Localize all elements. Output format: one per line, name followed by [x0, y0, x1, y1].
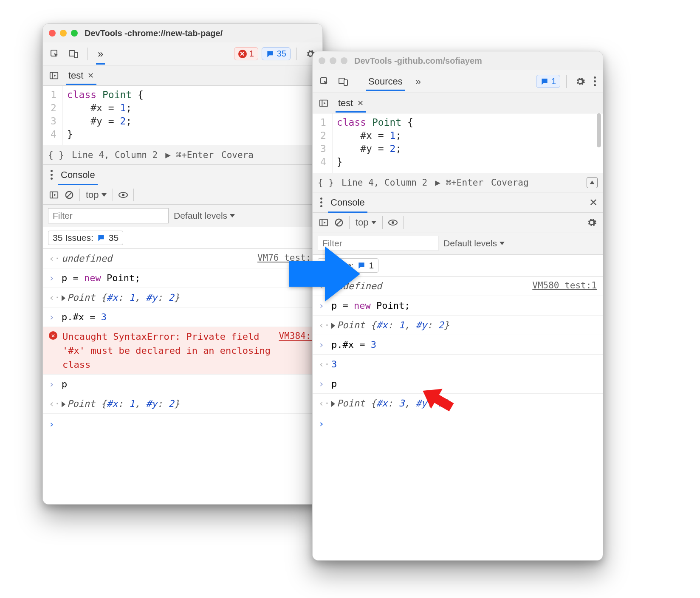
close-drawer-icon[interactable]: ✕	[586, 195, 601, 210]
maximize-icon[interactable]	[71, 30, 78, 37]
expand-icon[interactable]	[331, 323, 335, 329]
minimize-icon[interactable]	[60, 30, 67, 37]
log-error-row[interactable]: ✕ Uncaught SyntaxError: Private field '#…	[43, 327, 322, 375]
transition-arrow-icon	[289, 242, 361, 306]
console-settings-icon[interactable]	[584, 215, 599, 230]
log-source-link[interactable]: VM580 test:1	[532, 279, 597, 293]
traffic-lights[interactable]	[319, 57, 347, 64]
toggle-navigator-icon[interactable]	[316, 96, 331, 111]
log-input-row[interactable]: › p.#x = 3	[313, 335, 603, 355]
issues-row: 35 Issues: 35	[43, 227, 322, 249]
separator	[566, 75, 567, 88]
live-expression-icon[interactable]	[116, 187, 131, 203]
log-output-row[interactable]: ‹· Point {#x: 1, #y: 2}	[313, 316, 603, 335]
clear-console-icon[interactable]	[331, 215, 347, 230]
close-tab-icon[interactable]: ✕	[88, 71, 94, 80]
svg-point-12	[122, 194, 124, 196]
console-prompt[interactable]: ›	[313, 413, 603, 434]
console-tab[interactable]: Console	[325, 193, 370, 212]
format-icon[interactable]: { }	[48, 150, 64, 160]
log-levels-select[interactable]: Default levels	[174, 211, 235, 221]
sidebar-toggle-icon[interactable]	[316, 215, 331, 230]
errors-badge[interactable]: ✕ 1	[234, 47, 258, 60]
input-caret-icon: ›	[319, 377, 326, 391]
log-levels-select[interactable]: Default levels	[443, 238, 505, 248]
log-source-link[interactable]: VM384:1	[279, 330, 316, 343]
tab-sources[interactable]: Sources	[363, 73, 408, 90]
more-tabs-button[interactable]: »	[411, 76, 425, 87]
messages-badge[interactable]: 35	[262, 47, 291, 60]
drawer-menu-icon[interactable]	[47, 170, 56, 180]
console-toolbar: top	[43, 185, 322, 205]
messages-badge[interactable]: 1	[536, 75, 560, 88]
svg-marker-5	[54, 74, 56, 77]
tab-file-name: test	[68, 70, 83, 81]
console-prompt[interactable]: ›	[43, 414, 322, 434]
svg-marker-22	[324, 221, 326, 224]
settings-icon[interactable]	[573, 74, 588, 89]
close-icon[interactable]	[319, 57, 325, 64]
run-snippet-button[interactable]: ▶ ⌘+Enter	[435, 178, 483, 188]
sidebar-toggle-icon[interactable]	[46, 187, 62, 203]
clear-console-icon[interactable]	[62, 187, 77, 203]
device-toggle-icon[interactable]	[336, 74, 351, 89]
kebab-menu-icon[interactable]	[591, 76, 598, 86]
source-file-tab[interactable]: test ✕	[333, 94, 369, 112]
expand-icon[interactable]	[331, 401, 335, 407]
live-expression-icon[interactable]	[385, 215, 401, 230]
log-input-row[interactable]: › p = new Point;	[43, 268, 322, 288]
inspect-icon[interactable]	[317, 74, 332, 89]
close-icon[interactable]	[49, 30, 56, 37]
code-editor[interactable]: 1 2 3 4 class Point { #x = 1; #y = 2; }	[313, 113, 603, 173]
log-output-row[interactable]: ‹· undefined VM76 test:1	[43, 249, 322, 268]
more-tabs-button[interactable]: »	[93, 44, 107, 64]
log-input-row[interactable]: › p.#x = 3	[43, 307, 322, 327]
log-output-row[interactable]: ‹· Point {#x: 1, #y: 2}	[43, 394, 322, 414]
expand-icon[interactable]	[62, 295, 65, 301]
log-input-row[interactable]: › p	[43, 375, 322, 394]
svg-marker-8	[54, 194, 56, 196]
inspect-icon[interactable]	[47, 46, 62, 62]
svg-marker-19	[590, 181, 595, 184]
coverage-label[interactable]: Coverag	[491, 178, 529, 188]
output-caret-icon: ‹·	[319, 318, 326, 332]
message-icon	[97, 234, 105, 242]
coverage-label[interactable]: Covera	[221, 150, 254, 160]
minimize-icon[interactable]	[330, 57, 336, 64]
traffic-lights[interactable]	[49, 30, 78, 37]
svg-point-26	[392, 221, 394, 224]
chevron-down-icon	[500, 242, 505, 245]
execution-context-select[interactable]: top	[352, 216, 380, 229]
run-snippet-button[interactable]: ▶ ⌘+Enter	[165, 150, 214, 160]
log-output-row[interactable]: ‹· Point {#x: 1, #y: 2}	[43, 288, 322, 307]
drawer-menu-icon[interactable]	[317, 197, 325, 207]
prompt-caret-icon: ›	[319, 417, 324, 431]
window-titlebar: DevTools - github.com/sofiayem	[313, 51, 603, 70]
format-icon[interactable]: { }	[318, 178, 334, 188]
console-log[interactable]: ‹· undefined VM76 test:1 › p = new Point…	[43, 249, 322, 434]
issues-button[interactable]: 35 Issues: 35	[48, 231, 123, 245]
window-title-url: github.com/sofiayem	[397, 56, 482, 66]
log-output-row[interactable]: ‹· 3	[313, 355, 603, 374]
code-body[interactable]: class Point { #x = 1; #y = 2; }	[333, 113, 418, 173]
expand-icon[interactable]	[62, 401, 65, 407]
console-tab[interactable]: Console	[56, 165, 100, 185]
prompt-caret-icon: ›	[49, 417, 54, 431]
code-editor[interactable]: 1 2 3 4 class Point { #x = 1; #y = 2; }	[43, 86, 322, 145]
maximize-icon[interactable]	[341, 57, 347, 64]
chevron-down-icon	[102, 193, 107, 197]
window-titlebar: DevTools - chrome://new-tab-page/	[43, 24, 322, 42]
svg-rect-2	[74, 52, 78, 58]
collapse-icon[interactable]	[587, 177, 598, 188]
close-tab-icon[interactable]: ✕	[357, 99, 364, 108]
code-body[interactable]: class Point { #x = 1; #y = 2; }	[63, 86, 148, 145]
execution-context-select[interactable]: top	[82, 189, 110, 201]
log-input-row[interactable]: › p	[313, 374, 603, 394]
device-toggle-icon[interactable]	[66, 46, 81, 62]
source-file-tab[interactable]: test ✕	[63, 67, 99, 85]
input-caret-icon: ›	[49, 310, 56, 324]
console-filter-input[interactable]	[48, 208, 169, 223]
toggle-navigator-icon[interactable]	[46, 68, 62, 83]
line-gutter: 1 2 3 4	[313, 113, 333, 173]
scrollbar[interactable]	[597, 113, 601, 147]
